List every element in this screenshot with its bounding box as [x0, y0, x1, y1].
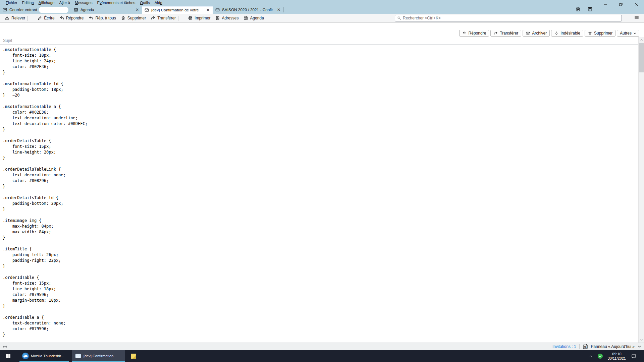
menu-affichage[interactable]: Affichage [36, 0, 57, 5]
calendar-icon [73, 7, 78, 12]
trash-icon [588, 31, 592, 36]
chevron-down-icon [633, 32, 636, 35]
action-center-icon[interactable] [631, 354, 637, 359]
get-mail-icon [4, 16, 10, 21]
reply-action-button[interactable]: Répondre [459, 30, 489, 37]
tab-label: Agenda [80, 7, 133, 12]
get-messages-dropdown[interactable] [28, 16, 35, 20]
invitations-link[interactable]: Invitations : 1 [552, 344, 576, 349]
button-label: Autres [620, 31, 632, 36]
app-menu-button[interactable] [634, 15, 639, 21]
reply-button[interactable]: Répondre [57, 15, 86, 21]
today-panel-toggle[interactable]: Panneau « Aujourd'hui » [591, 344, 635, 349]
archive-action-button[interactable]: Archiver [523, 30, 550, 37]
reply-icon [462, 31, 467, 36]
button-label: Archiver [532, 31, 547, 36]
taskbar-clock[interactable]: 09:10 30/11/2021 [608, 352, 626, 361]
title-bar: Fichier Édition Affichage Aller à Messag… [0, 0, 644, 14]
clock-date: 30/11/2021 [608, 356, 626, 361]
chevron-down-icon[interactable] [638, 345, 641, 348]
menu-aller-a[interactable]: Aller à [57, 0, 72, 5]
forward-button[interactable]: Transférer [148, 15, 178, 21]
button-label: Répondre [469, 31, 486, 36]
search-input[interactable] [403, 16, 620, 20]
open-tasks-tab-icon[interactable] [587, 7, 593, 12]
calendar-icon [243, 16, 248, 20]
hidden-icons-button[interactable] [589, 353, 593, 359]
scroll-down-arrow[interactable] [639, 337, 644, 343]
write-button[interactable]: Écrire [35, 15, 57, 21]
redacted-account-pill [39, 7, 68, 13]
mail-toolbar: Relever Écrire Répondre Rép. à tous Supp… [0, 14, 644, 23]
thunderbird-window: Fichier Édition Affichage Aller à Messag… [0, 0, 644, 362]
security-check-icon[interactable] [598, 354, 603, 359]
menu-messages[interactable]: Messages [72, 0, 95, 5]
start-button[interactable] [0, 350, 16, 362]
restore-icon [619, 2, 623, 6]
tab-courrier-entrant[interactable]: Courrier entrant [0, 6, 71, 14]
junk-flame-icon [554, 31, 559, 36]
envelope-icon [215, 7, 220, 12]
tab-separator [283, 7, 284, 12]
scrollbar-thumb[interactable] [639, 43, 644, 72]
subject-label: Sujet [3, 38, 12, 43]
menu-aide[interactable]: Aide [152, 0, 165, 5]
close-icon[interactable]: ✕ [276, 8, 281, 12]
menu-bar: Fichier Édition Affichage Aller à Messag… [0, 0, 644, 5]
search-box [395, 15, 622, 21]
header-divider [0, 44, 638, 45]
address-book-button[interactable]: Adresses [213, 15, 241, 21]
label-fade [199, 7, 205, 14]
address-book-icon [215, 16, 220, 20]
menu-edition[interactable]: Édition [20, 0, 36, 5]
tab-agenda[interactable]: Agenda ✕ [71, 6, 142, 14]
menu-evenements-taches[interactable]: Évènements et tâches [95, 0, 138, 5]
print-button[interactable]: Imprimer [185, 15, 213, 21]
reply-all-icon [88, 16, 94, 20]
reply-icon [59, 16, 64, 20]
button-label: Indésirable [560, 31, 580, 36]
mail-icon [2, 7, 7, 12]
tab-label: SAISON 2020 / 2021 - Confir [222, 7, 274, 12]
menu-outils[interactable]: Outils [138, 0, 152, 5]
taskbar-item-thunderbird[interactable]: Mozilla Thunderbir... [19, 350, 69, 362]
menu-fichier[interactable]: Fichier [3, 0, 20, 5]
get-messages-button[interactable]: Relever [2, 15, 28, 22]
junk-action-button[interactable]: Indésirable [551, 30, 583, 37]
vertical-scrollbar[interactable] [638, 37, 644, 343]
window-controls [598, 0, 644, 9]
calendar-button[interactable]: Agenda [241, 15, 266, 21]
taskbar-item-label: Mozilla Thunderbir... [31, 354, 64, 358]
forward-dropdown[interactable] [178, 16, 185, 20]
button-label: Transférer [500, 31, 518, 36]
button-label: Supprimer [127, 16, 146, 20]
more-actions-button[interactable]: Autres [617, 30, 639, 37]
taskbar-item-sticky-notes[interactable] [128, 350, 139, 362]
tab-toolbar-buttons [575, 7, 593, 12]
search-icon [397, 16, 401, 20]
tab-message-dev-confirmation[interactable]: [dev] Confirmation de votre ✕ [142, 6, 213, 14]
reply-all-button[interactable]: Rép. à tous [86, 15, 118, 21]
clock-time: 09:10 [608, 352, 626, 356]
broadcast-icon[interactable] [2, 344, 8, 349]
message-body-text: .msoInformationTable { font-size: 18px; … [3, 47, 88, 338]
scroll-up-arrow[interactable] [639, 37, 644, 43]
delete-button[interactable]: Supprimer [118, 15, 148, 21]
delete-action-button[interactable]: Supprimer [585, 30, 615, 37]
button-label: Écrire [44, 16, 54, 20]
archive-icon [526, 31, 530, 36]
close-icon [634, 2, 638, 6]
close-button[interactable] [629, 0, 644, 9]
minimize-icon [604, 3, 607, 6]
forward-action-button[interactable]: Transférer [490, 30, 521, 37]
open-calendar-tab-icon[interactable] [575, 7, 581, 12]
printer-icon [188, 16, 193, 20]
restore-button[interactable] [613, 0, 629, 9]
close-icon[interactable]: ✕ [206, 8, 210, 12]
tab-message-saison[interactable]: SAISON 2020 / 2021 - Confir ✕ [213, 6, 283, 14]
close-icon[interactable]: ✕ [135, 8, 140, 12]
minimize-button[interactable] [598, 0, 613, 9]
label-fade [269, 6, 276, 14]
taskbar-item-message-window[interactable]: [dev] Confirmation... [72, 350, 125, 362]
button-label: Supprimer [594, 31, 612, 36]
